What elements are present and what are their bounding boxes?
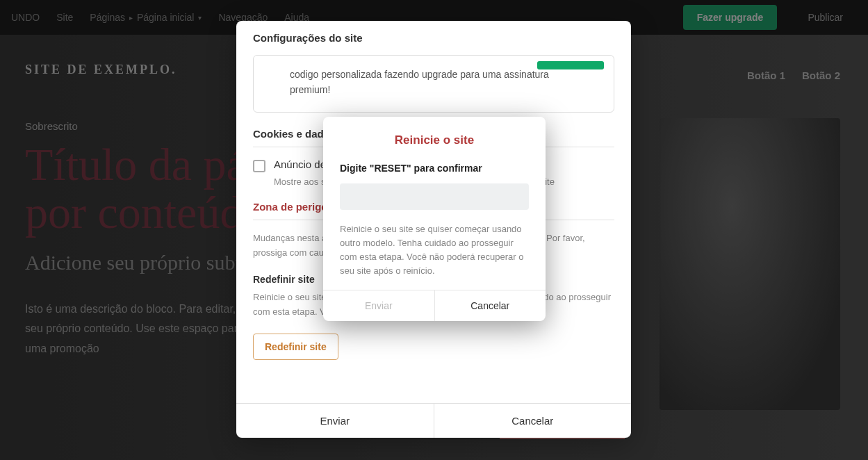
- settings-submit-button[interactable]: Enviar: [236, 404, 434, 438]
- promo-box: codigo personalizada fazendo upgrade par…: [253, 55, 614, 113]
- promo-text: codigo personalizada fazendo upgrade par…: [290, 69, 549, 95]
- confirm-title: Reinicie o site: [340, 133, 529, 147]
- reset-confirm-modal: Reinicie o site Digite "RESET" para conf…: [323, 117, 546, 321]
- modal-footer: Enviar Cancelar: [236, 403, 631, 438]
- reset-confirm-input[interactable]: [340, 183, 529, 210]
- confirm-cancel-button[interactable]: Cancelar: [434, 290, 546, 321]
- confirm-submit-button[interactable]: Enviar: [323, 290, 434, 321]
- settings-cancel-button[interactable]: Cancelar: [434, 404, 632, 438]
- confirm-help-text: Reinicie o seu site se quiser começar us…: [340, 222, 529, 279]
- cookie-notice-checkbox[interactable]: [253, 160, 265, 172]
- modal-title: Configurações do site: [236, 21, 631, 55]
- reset-site-button[interactable]: Redefinir site: [253, 334, 338, 360]
- confirm-label: Digite "RESET" para confirmar: [340, 163, 529, 174]
- promo-indicator: [537, 61, 604, 69]
